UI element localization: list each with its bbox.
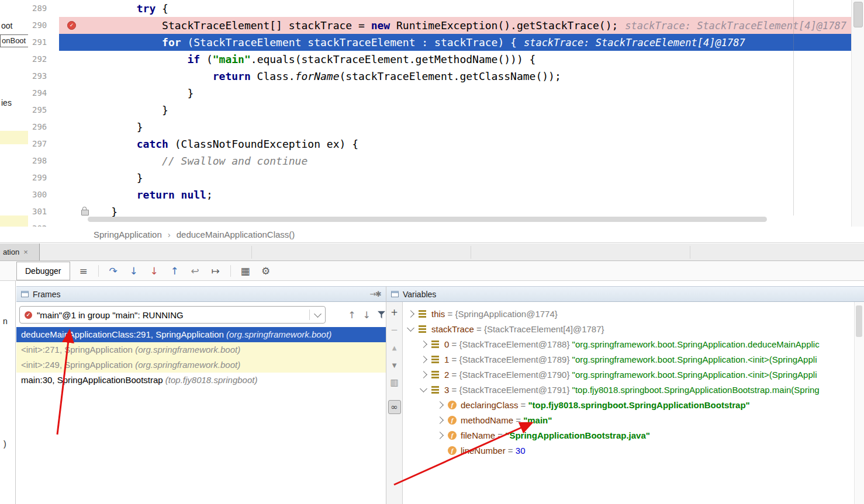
breakpoint-icon[interactable] [67, 21, 76, 30]
breadcrumb-method[interactable]: deduceMainApplicationClass() [177, 230, 295, 239]
code-line[interactable]: 289 try { [28, 0, 852, 17]
close-icon[interactable]: × [23, 248, 28, 256]
code-line[interactable]: 292 if ("main".equals(stackTraceElement.… [28, 51, 852, 68]
variables-scrollbar[interactable] [854, 302, 864, 504]
chevron-right-icon[interactable] [421, 372, 431, 377]
chevron-right-icon[interactable] [408, 311, 419, 317]
tab-debugger[interactable]: Debugger [16, 262, 70, 280]
code-line[interactable]: 290 StackTraceElement[] stackTrace = new… [28, 17, 852, 34]
variable-row[interactable]: this = {SpringApplication@1774} [403, 306, 853, 321]
code-line[interactable]: 295 } [28, 102, 852, 119]
frame-down-icon[interactable]: ↓ [363, 310, 371, 321]
settings-icon[interactable]: ⚙ [260, 265, 272, 277]
divider [230, 265, 231, 277]
step-over-icon[interactable]: ↷ [108, 265, 119, 277]
frame-row[interactable]: deduceMainApplicationClass:291, SpringAp… [16, 327, 386, 342]
step-into-icon[interactable]: ↓ [128, 265, 140, 277]
line-number: 293 [28, 68, 59, 85]
force-step-into-icon[interactable]: ↓ [148, 265, 160, 277]
frame-up-icon[interactable]: ↑ [348, 310, 355, 321]
editor-vertical-scrollbar[interactable] [851, 0, 864, 227]
move-up-icon[interactable]: ▲ [388, 340, 401, 354]
scrollbar-thumb[interactable] [853, 2, 863, 27]
code-line[interactable]: 294 } [28, 85, 852, 102]
chevron-down-icon[interactable] [408, 327, 419, 331]
code-text: catch (ClassNotFoundException ex) { [86, 135, 852, 152]
thread-selector[interactable]: "main"@1 in group "main": RUNNING [19, 306, 326, 324]
frames-options-icon[interactable] [369, 290, 381, 298]
line-number: 292 [28, 51, 59, 68]
duplicate-icon[interactable]: ▥ [388, 376, 401, 390]
remove-watch-icon[interactable]: − [388, 323, 401, 337]
code-editor[interactable]: oot onBoot ies 289 try {290 StackTraceEl… [0, 0, 864, 227]
chevron-down-icon[interactable] [309, 310, 320, 320]
variable-row[interactable]: 1 = {StackTraceElement@1789} "org.spring… [403, 352, 853, 367]
text-fragment: ) [4, 439, 6, 449]
inline-debugger-hint: stackTrace: StackTraceElement[4]@1787 [625, 20, 846, 32]
variable-row[interactable]: ffileName = "SpringApplicationBootstrap.… [403, 427, 853, 443]
chevron-right-icon[interactable] [437, 433, 448, 438]
variables-title: Variables [403, 290, 436, 299]
code-text: } [86, 119, 852, 135]
scrollbar-thumb[interactable] [856, 305, 862, 337]
frame-row[interactable]: main:30, SpringApplicationBootstrap (top… [16, 373, 386, 388]
gutter [59, 203, 86, 220]
drop-frame-icon[interactable]: ↩ [189, 265, 201, 277]
variable-row[interactable]: 0 = {StackTraceElement@1788} "org.spring… [403, 336, 853, 352]
chevron-right-icon[interactable] [437, 402, 448, 408]
value-icon [431, 356, 444, 363]
frame-row[interactable]: <init>:249, SpringApplication (org.sprin… [16, 357, 386, 373]
show-watches-icon[interactable]: ∞ [388, 400, 401, 414]
gutter [59, 17, 86, 34]
chevron-right-icon[interactable] [421, 342, 431, 347]
run-to-cursor-icon[interactable]: ↦ [210, 265, 222, 277]
layout-list-icon[interactable]: ≡ [78, 265, 89, 277]
variables-header: Variables [386, 286, 864, 302]
thread-selector-value: "main"@1 in group "main": RUNNING [37, 310, 184, 320]
horizontal-scrollbar[interactable] [88, 217, 767, 222]
variable-row[interactable]: 3 = {StackTraceElement@1791} "top.fjy801… [403, 382, 853, 397]
code-text: if ("main".equals(stackTraceElement.getM… [86, 51, 852, 68]
text-fragment: n [3, 317, 8, 326]
tab-run-configuration[interactable]: ation × [0, 244, 40, 260]
add-watch-icon[interactable]: + [388, 305, 401, 319]
frame-row[interactable]: <init>:271, SpringApplication (org.sprin… [16, 342, 386, 357]
gutter [59, 119, 86, 135]
code-line[interactable]: 291 for (StackTraceElement stackTraceEle… [28, 34, 852, 51]
move-down-icon[interactable]: ▼ [388, 358, 401, 372]
code-line[interactable]: 300 return null; [28, 186, 852, 203]
divider [98, 265, 99, 277]
frame-list: deduceMainApplicationClass:291, SpringAp… [16, 327, 386, 388]
chevron-right-icon[interactable] [437, 418, 448, 423]
gutter [59, 0, 86, 17]
project-item-fragment-selected[interactable]: onBoot [0, 34, 30, 47]
filter-frames-icon[interactable] [378, 311, 385, 319]
code-text: for (StackTraceElement stackTraceElement… [86, 34, 852, 51]
code-line[interactable]: 298 // Swallow and continue [28, 152, 852, 169]
code-line[interactable]: 299 } [28, 169, 852, 186]
code-line[interactable]: 297 catch (ClassNotFoundException ex) { [28, 135, 852, 152]
variable-row[interactable]: 2 = {StackTraceElement@1790} "org.spring… [403, 367, 853, 382]
code-line[interactable]: 293 return Class.forName(stackTraceEleme… [28, 68, 852, 85]
evaluate-expression-icon[interactable]: ▦ [240, 265, 251, 277]
chevron-down-icon[interactable] [421, 388, 431, 391]
editor-highlight-band [0, 131, 28, 144]
gutter [59, 186, 86, 203]
variable-row[interactable]: stackTrace = {StackTraceElement[4]@1787} [403, 321, 853, 336]
breadcrumb-class[interactable]: SpringApplication [94, 230, 162, 239]
step-out-icon[interactable]: ↑ [169, 265, 181, 277]
breadcrumb: SpringApplication › deduceMainApplicatio… [0, 227, 864, 243]
code-line[interactable]: 296 } [28, 119, 852, 135]
divider [471, 246, 471, 259]
debugger-toolbar-icons: ≡↷↓↓↑↩↦▦⚙ [78, 265, 272, 277]
gutter [59, 68, 86, 85]
gutter [59, 135, 86, 152]
variable-row[interactable]: fmethodName = "main" [403, 412, 853, 427]
variable-row[interactable]: flineNumber = 30 [403, 443, 853, 458]
chevron-right-icon[interactable] [421, 357, 431, 362]
gutter [59, 34, 86, 51]
line-number: 298 [28, 152, 59, 169]
variable-row[interactable]: fdeclaringClass = "top.fjy8018.springboo… [403, 397, 853, 412]
code-text: } [86, 169, 852, 186]
code-text: StackTraceElement[] stackTrace = new Run… [86, 17, 852, 34]
